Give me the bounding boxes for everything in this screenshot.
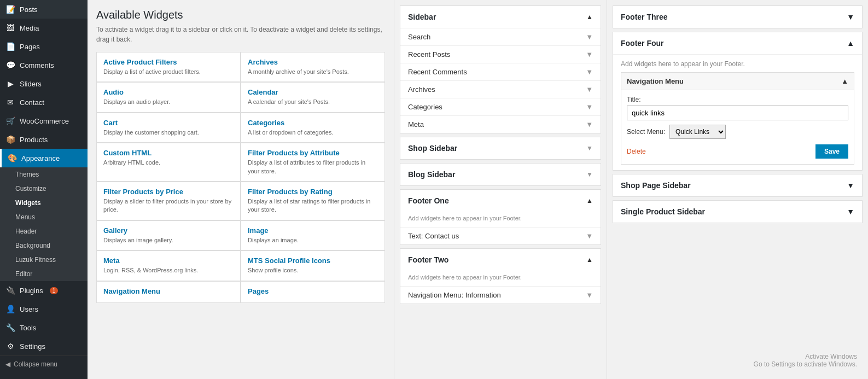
widget-item[interactable]: Audio Displays an audio player. [96, 82, 241, 112]
chevron-down-icon: ▼ [847, 207, 854, 216]
save-button[interactable]: Save [815, 144, 848, 159]
widget-name: Filter Products by Rating [248, 188, 378, 196]
widget-item[interactable]: Calendar A calendar of your site's Posts… [241, 82, 385, 112]
sidebar-section-title: Footer Two [408, 255, 448, 264]
sidebar-sub-widgets[interactable]: Widgets [0, 196, 88, 210]
sidebar-widget-item[interactable]: Recent Posts ▼ [400, 45, 601, 63]
sidebar-section-header[interactable]: Shop Sidebar ▼ [400, 137, 601, 159]
sidebar-item-contact[interactable]: ✉ Contact [0, 93, 88, 112]
sidebar-item-posts[interactable]: 📝 Posts [0, 0, 88, 19]
sidebar-section-header[interactable]: Footer One ▲ [400, 190, 601, 212]
title-input[interactable] [627, 106, 848, 120]
title-label: Title: [627, 96, 848, 103]
sidebar-widget-label: Archives [408, 85, 435, 94]
sidebar-section-blog-sidebar: Blog Sidebar ▼ [400, 163, 601, 186]
sidebar-item-media[interactable]: 🖼 Media [0, 19, 88, 37]
sidebar-section-title: Shop Sidebar [408, 144, 457, 153]
pages-icon: 📄 [5, 42, 15, 51]
chevron-down-icon: ▼ [586, 232, 593, 240]
nav-menu-widget-header[interactable]: Navigation Menu ▲ [621, 73, 854, 90]
sidebar-item-plugins[interactable]: 🔌 Plugins1 [0, 281, 88, 300]
right-section-header[interactable]: Footer Three ▼ [613, 6, 862, 28]
right-section-header[interactable]: Single Product Sidebar ▼ [613, 201, 862, 223]
sidebar-widget-item[interactable]: Archives ▼ [400, 80, 601, 98]
widget-item[interactable]: Archives A monthly archive of your site'… [241, 52, 385, 82]
widget-item[interactable]: MTS Social Profile Icons Show profile ic… [241, 250, 385, 281]
widget-item[interactable]: Cart Display the customer shopping cart. [96, 113, 241, 143]
nav-menu-widget-body: Title: Select Menu: Quick LinksMain Menu… [621, 90, 854, 164]
sidebar-widget-item[interactable]: Recent Comments ▼ [400, 63, 601, 80]
sidebar-add-text: Add widgets here to appear in your Foote… [400, 271, 601, 286]
widget-item[interactable]: Navigation Menu [96, 281, 241, 303]
sidebar-item-label: Posts [20, 5, 38, 14]
sidebar-section-header[interactable]: Sidebar ▲ [400, 6, 601, 28]
widget-desc: Display a list of attributes to filter p… [248, 159, 378, 176]
sidebar-sub-editor[interactable]: Editor [0, 267, 88, 281]
widget-item[interactable]: Image Displays an image. [241, 220, 385, 250]
sidebar-sub-customize[interactable]: Customize [0, 182, 88, 196]
sidebar-widget-item[interactable]: Text: Contact us ▼ [400, 227, 601, 244]
collapse-menu[interactable]: ◀ Collapse menu [0, 355, 88, 372]
sidebar-sub-header[interactable]: Header [0, 224, 88, 238]
sidebar-section-sidebar: Sidebar ▲ Search ▼ Recent Posts ▼ Recent… [400, 5, 601, 133]
widget-name: Audio [103, 88, 234, 96]
select-menu-dropdown[interactable]: Quick LinksMain MenuFooter Menu [669, 125, 726, 139]
sidebar-section-header[interactable]: Footer Two ▲ [400, 249, 601, 271]
widgets-grid: Active Product Filters Display a list of… [96, 52, 385, 303]
sidebar-item-pages[interactable]: 📄 Pages [0, 37, 88, 56]
widget-desc: A list or dropdown of categories. [248, 129, 378, 137]
add-text: Add widgets here to appear in your Foote… [621, 60, 854, 68]
sidebar-sub-background[interactable]: Background [0, 238, 88, 253]
sidebar-item-users[interactable]: 👤 Users [0, 300, 88, 318]
sidebar-item-settings[interactable]: ⚙ Settings [0, 337, 88, 355]
right-section-header[interactable]: Shop Page Sidebar ▼ [613, 174, 862, 196]
widget-item[interactable]: Custom HTML Arbitrary HTML code. [96, 143, 241, 182]
widget-name: Active Product Filters [103, 58, 234, 66]
sidebar-widget-item[interactable]: Categories ▼ [400, 98, 601, 115]
widget-name: Filter Products by Attribute [248, 149, 378, 157]
widget-item[interactable]: Active Product Filters Display a list of… [96, 52, 241, 82]
right-section-header[interactable]: Footer Four ▲ [613, 32, 862, 54]
widget-footer: Delete Save [627, 144, 848, 159]
collapse-icon: ◀ [5, 360, 10, 368]
sidebar-item-label: Products [20, 136, 48, 144]
sidebar-item-sliders[interactable]: ▶ Sliders [0, 74, 88, 93]
sidebar-sub-menus[interactable]: Menus [0, 210, 88, 224]
posts-icon: 📝 [5, 4, 15, 14]
collapse-label: Collapse menu [14, 360, 57, 368]
widget-desc: Displays an image. [248, 236, 378, 244]
widget-item[interactable]: Filter Products by Attribute Display a l… [241, 143, 385, 182]
sidebar-item-woocommerce[interactable]: 🛒 WooCommerce [0, 112, 88, 130]
sidebar-item-appearance[interactable]: 🎨 Appearance [0, 149, 88, 167]
sidebar-section-footer-one: Footer One ▲ Add widgets here to appear … [400, 189, 601, 245]
chevron-down-icon: ▼ [586, 120, 593, 129]
widget-item[interactable]: Categories A list or dropdown of categor… [241, 113, 385, 143]
sidebar-widget-item[interactable]: Meta ▼ [400, 115, 601, 133]
sidebar-item-products[interactable]: 📦 Products [0, 130, 88, 149]
sidebar-section-shop-sidebar: Shop Sidebar ▼ [400, 137, 601, 160]
widget-item[interactable]: Filter Products by Rating Display a list… [241, 182, 385, 220]
sidebar-item-tools[interactable]: 🔧 Tools [0, 318, 88, 337]
sidebar-widget-item[interactable]: Search ▼ [400, 28, 601, 45]
widget-item[interactable]: Filter Products by Price Display a slide… [96, 182, 241, 220]
sidebar-sub-themes[interactable]: Themes [0, 167, 88, 182]
comments-icon: 💬 [5, 60, 15, 70]
right-section-title: Single Product Sidebar [621, 207, 705, 216]
sidebar-sub-luzuk-fitness[interactable]: Luzuk Fitness [0, 253, 88, 267]
widget-name: MTS Social Profile Icons [248, 256, 378, 265]
widget-name: Categories [248, 119, 378, 127]
chevron-down-icon: ▼ [586, 291, 593, 299]
activate-windows-notice: Activate WindowsGo to Settings to activa… [754, 353, 857, 368]
widget-item[interactable]: Meta Login, RSS, & WordPress.org links. [96, 250, 241, 281]
sidebar-item-comments[interactable]: 💬 Comments [0, 56, 88, 74]
widget-item[interactable]: Pages [241, 281, 385, 303]
sidebar-widget-item[interactable]: Navigation Menu: Information ▼ [400, 286, 601, 304]
widget-name: Image [248, 226, 378, 235]
chevron-up-icon: ▲ [586, 256, 593, 264]
widget-item[interactable]: Gallery Displays an image gallery. [96, 220, 241, 250]
delete-link[interactable]: Delete [627, 148, 646, 155]
right-panel: Footer Three ▼ Footer Four ▲ Add widgets… [607, 0, 868, 379]
sidebar-widget-label: Text: Contact us [408, 232, 459, 240]
sidebar-item-label: WooCommerce [20, 117, 69, 125]
sidebar-section-header[interactable]: Blog Sidebar ▼ [400, 164, 601, 185]
